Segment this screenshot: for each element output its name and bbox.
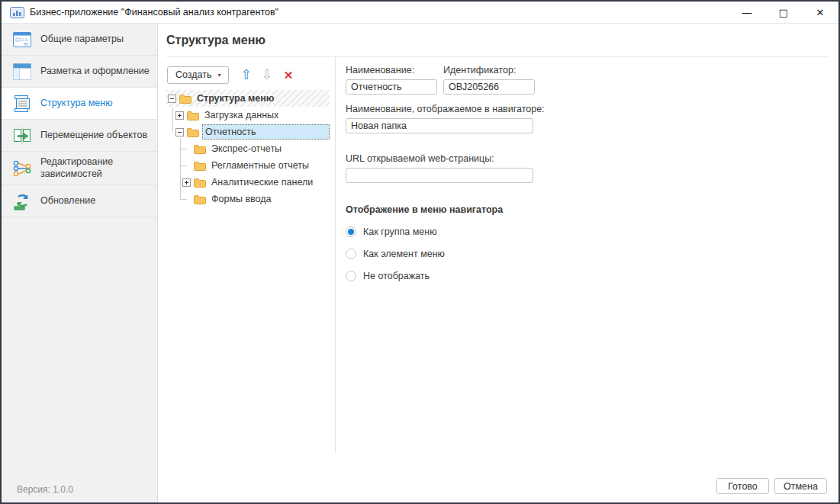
tree-node-analytic-panels[interactable]: Аналитические панели [166, 174, 330, 191]
delete-icon[interactable]: ✕ [284, 69, 294, 81]
folder-icon [187, 127, 199, 137]
expand-icon[interactable] [182, 178, 191, 187]
tree-node-label-selected: Отчетность [202, 124, 330, 140]
sidebar-item-label: Обновление [40, 195, 153, 207]
tree-node-label: Структура меню [195, 91, 277, 105]
sidebar-item-edit-dependencies[interactable]: Редактирование зависимостей [2, 152, 157, 185]
page-title: Структура меню [166, 34, 838, 47]
title-bar: Бизнес-приложение "Финансовый анализ кон… [2, 2, 838, 24]
tree-node-reporting[interactable]: Отчетность [166, 124, 330, 140]
sidebar-item-label: Перемещение объектов [40, 130, 153, 142]
tree-node-input-forms[interactable]: Формы ввода [166, 191, 330, 207]
navigator-name-label: Наименование, отображаемое в навигаторе: [346, 104, 838, 114]
minimize-icon[interactable]: — [729, 2, 765, 23]
tree-node-label: Экспрес-отчеты [209, 142, 284, 156]
radio-label: Не отображать [363, 271, 430, 281]
name-input[interactable] [346, 79, 437, 95]
folder-icon [194, 178, 206, 188]
done-button[interactable]: Готово [716, 478, 769, 494]
layout-icon [11, 61, 33, 82]
folder-icon [194, 161, 206, 171]
refresh-icon [11, 191, 33, 212]
sidebar-item-layout[interactable]: Разметка и оформление [2, 56, 157, 88]
app-version: Версия: 1.0.0 [17, 484, 73, 495]
sidebar-item-update[interactable]: Обновление [2, 185, 157, 217]
tree-node-root[interactable]: Структура меню [166, 90, 330, 107]
window-controls: — □ ✕ [729, 2, 838, 23]
radio-unselected-icon[interactable] [346, 271, 356, 281]
radio-as-menu-item[interactable]: Как элемент меню [346, 249, 838, 259]
create-button-label: Создать [175, 69, 212, 80]
expand-icon[interactable] [175, 111, 184, 120]
collapse-icon[interactable] [175, 128, 184, 136]
identifier-label: Идентификатор: [443, 65, 535, 75]
url-label: URL открываемой web-страницы: [346, 153, 838, 164]
app-icon [10, 7, 24, 18]
folder-icon [187, 111, 199, 120]
menu-structure-tree: Структура меню Загрузка данных [166, 90, 330, 207]
create-button[interactable]: Создать ▾ [167, 66, 229, 84]
properties-form: Наименование: Идентификатор: Наименовани… [336, 57, 838, 281]
identifier-input[interactable] [443, 79, 535, 95]
dependencies-icon [11, 158, 33, 179]
sidebar: Общие параметры Разметка и оформление [2, 24, 158, 502]
tree-node-data-load[interactable]: Загрузка данных [166, 107, 330, 124]
tree-node-label: Формы ввода [209, 192, 274, 206]
menu-structure-icon [11, 93, 33, 114]
tree-node-label: Загрузка данных [202, 108, 281, 122]
app-window: Бизнес-приложение "Финансовый анализ кон… [0, 0, 840, 504]
sidebar-item-general-params[interactable]: Общие параметры [2, 24, 157, 56]
name-label: Наименование: [346, 65, 437, 75]
tree-node-label: Регламентные отчеты [209, 159, 311, 172]
display-mode-group-label: Отображение в меню навигатора [346, 204, 838, 215]
folder-icon [194, 194, 206, 204]
sidebar-item-label: Общие параметры [40, 34, 153, 46]
maximize-icon[interactable]: □ [765, 2, 802, 23]
sidebar-item-label: Структура меню [40, 98, 153, 110]
window-title: Бизнес-приложение "Финансовый анализ кон… [30, 7, 278, 18]
tree-toolbar: Создать ▾ ⇧ ⇩ ✕ [167, 66, 330, 84]
sidebar-item-move-objects[interactable]: Перемещение объектов [2, 120, 157, 152]
close-icon[interactable]: ✕ [802, 2, 838, 23]
main-panel: Структура меню Создать ▾ ⇧ ⇩ ✕ [158, 24, 838, 502]
chevron-down-icon: ▾ [218, 72, 221, 79]
navigator-name-input[interactable] [346, 118, 533, 133]
sidebar-item-menu-structure[interactable]: Структура меню [2, 88, 157, 120]
general-params-icon [11, 29, 33, 50]
tree-node-express-reports[interactable]: Экспрес-отчеты [166, 140, 330, 157]
sidebar-item-label: Разметка и оформление [40, 66, 153, 78]
tree-node-label: Аналитические панели [209, 175, 315, 189]
sidebar-item-label: Редактирование зависимостей [40, 156, 153, 180]
radio-label: Как элемент меню [363, 249, 445, 259]
tree-node-regulated-reports[interactable]: Регламентные отчеты [166, 157, 330, 174]
radio-unselected-icon[interactable] [346, 249, 356, 259]
folder-icon [179, 94, 191, 104]
collapse-icon[interactable] [168, 95, 176, 103]
move-objects-icon [11, 125, 33, 146]
url-input[interactable] [346, 168, 533, 183]
move-down-icon[interactable]: ⇩ [262, 68, 273, 82]
radio-do-not-display[interactable]: Не отображать [346, 271, 838, 281]
folder-icon [194, 144, 206, 154]
radio-as-menu-group[interactable]: Как группа меню [346, 226, 838, 237]
tree-pane: Создать ▾ ⇧ ⇩ ✕ [166, 57, 336, 453]
cancel-button[interactable]: Отмена [774, 478, 827, 494]
footer-buttons: Готово Отмена [716, 478, 827, 494]
radio-label: Как группа меню [363, 226, 437, 237]
radio-selected-icon[interactable] [346, 226, 356, 237]
move-up-icon[interactable]: ⇧ [241, 68, 253, 82]
